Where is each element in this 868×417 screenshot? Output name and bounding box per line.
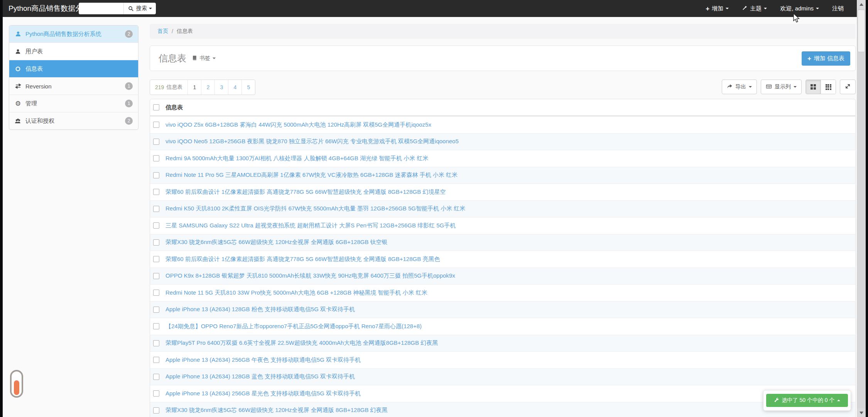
table-row[interactable]: 荣耀Play5T Pro 6400万双摄 6.6英寸全视屏 22.5W超级快充 …	[150, 335, 855, 352]
page-link-1[interactable]: 1	[187, 80, 201, 95]
row-link[interactable]: Redmi 9A 5000mAh大电量 1300万AI相机 八核处理器 人脸解锁…	[165, 155, 428, 162]
row-checkbox[interactable]	[153, 122, 159, 128]
sidebar-item-management[interactable]: ⚙ 管理 1	[9, 95, 138, 112]
page-link-3[interactable]: 3	[214, 80, 228, 95]
navbar-add-menu[interactable]: + 增加	[706, 5, 729, 12]
page-link-4[interactable]: 4	[228, 80, 241, 95]
logout-link[interactable]: 注销	[832, 5, 844, 12]
table-row[interactable]: 荣耀60 前后双曲设计 1亿像素超清摄影 高通骁龙778G 5G 66W智慧超级…	[150, 183, 855, 200]
row-link[interactable]: Redmi Note 11 5G 天玑810 33W Pro快充 5000mAh…	[165, 289, 427, 297]
row-link[interactable]: 荣耀X30 骁龙6nm疾速5G芯 66W超级快充 120Hz全视屏 全网通版 8…	[165, 407, 388, 414]
table-row[interactable]: 三星 SAMSUNG Galaxy S22 Ultra 超视觉夜拍系统 超耐用精…	[150, 217, 855, 234]
user-icon	[15, 31, 21, 37]
title-panel: 信息表 书签 + 增加 信息表	[150, 46, 856, 71]
row-link[interactable]: Apple iPhone 13 (A2634) 256GB 星光色 支持移动联通…	[165, 390, 361, 397]
row-link[interactable]: Apple iPhone 13 (A2634) 256GB 午夜色 支持移动联通…	[165, 356, 361, 364]
row-checkbox[interactable]	[153, 407, 159, 414]
sidebar-item-badge: 1	[125, 100, 133, 107]
navbar-user-menu[interactable]: 欢迎, admins	[780, 5, 819, 12]
page-link-2[interactable]: 2	[201, 80, 214, 95]
row-link[interactable]: vivo iQOO Z5x 6GB+128GB 雾海白 44W闪充 5000mA…	[165, 121, 431, 129]
row-link[interactable]: 荣耀X30 骁龙6nm疾速5G芯 66W超级快充 120Hz全视屏 全网通版 6…	[165, 239, 388, 246]
result-count-unit: 信息表	[166, 84, 182, 91]
search-button[interactable]: 搜索	[123, 3, 156, 14]
table-row[interactable]: vivo iQOO Neo5 12GB+256GB 夜影黑 骁龙870 独立显示…	[150, 133, 855, 150]
sidebar-item-user-table[interactable]: 用户表	[9, 42, 138, 60]
row-checkbox[interactable]	[153, 357, 159, 363]
bulk-action-button[interactable]: 选中了 50 个中的 0 个	[766, 394, 848, 407]
row-link[interactable]: OPPO K9x 8+128GB 银紫超梦 天玑810 5000mAh长续航 3…	[165, 272, 455, 280]
table-row[interactable]: Apple iPhone 13 (A2634) 128GB 粉色 支持移动联通电…	[150, 301, 855, 318]
table-row[interactable]: OPPO K9x 8+128GB 银紫超梦 天玑810 5000mAh长续航 3…	[150, 268, 855, 285]
table-header-row: 信息表	[150, 99, 855, 116]
table-row[interactable]: vivo iQOO Z5x 6GB+128GB 雾海白 44W闪充 5000mA…	[150, 116, 855, 133]
table-row[interactable]: 荣耀60 前后双曲设计 1亿像素超清摄影 高通骁龙778G 5G 66W智慧超级…	[150, 251, 855, 268]
row-checkbox[interactable]	[153, 273, 159, 279]
row-checkbox[interactable]	[153, 256, 159, 262]
breadcrumb-home-link[interactable]: 首页	[157, 28, 168, 35]
row-checkbox[interactable]	[153, 340, 159, 346]
scrollbar-thumb[interactable]	[858, 10, 865, 52]
row-link[interactable]: Redmi K50 天玑8100 2K柔性直屏 OIS光学防抖 67W快充 55…	[165, 205, 465, 212]
breadcrumb: 首页 / 信息表	[150, 24, 856, 39]
row-link[interactable]: 荣耀60 前后双曲设计 1亿像素超清摄影 高通骁龙778G 5G 66W智慧超级…	[165, 256, 440, 263]
triangle-down-icon	[860, 412, 863, 414]
row-link[interactable]: 荣耀60 前后双曲设计 1亿像素超清摄影 高通骁龙778G 5G 66W智慧超级…	[165, 188, 446, 196]
row-checkbox[interactable]	[153, 239, 159, 246]
table-row[interactable]: Redmi Note 11 Pro 5G 三星AMOLED高刷屏 1亿像素 67…	[150, 167, 855, 184]
sidebar-item-reversion[interactable]: Reversion 1	[9, 77, 138, 95]
row-link[interactable]: 三星 SAMSUNG Galaxy S22 Ultra 超视觉夜拍系统 超耐用精…	[165, 222, 456, 229]
row-checkbox[interactable]	[153, 172, 159, 178]
add-record-button[interactable]: + 增加 信息表	[802, 51, 850, 66]
sidebar-item-label: 认证和授权	[25, 117, 54, 125]
row-checkbox[interactable]	[153, 222, 159, 229]
row-checkbox[interactable]	[153, 390, 159, 397]
row-checkbox[interactable]	[153, 155, 159, 161]
columns-button[interactable]: 显示列	[761, 80, 802, 94]
grid-small-view-button[interactable]	[821, 80, 836, 94]
sidebar-header[interactable]: Python商品销售数据分析系统 2	[9, 25, 138, 42]
row-checkbox[interactable]	[153, 189, 159, 195]
table-row[interactable]: 荣耀X30 骁龙6nm疾速5G芯 66W超级快充 120Hz全视屏 全网通版 8…	[150, 402, 855, 417]
row-link[interactable]: Apple iPhone 13 (A2634) 128GB 蓝色 支持移动联通电…	[165, 373, 355, 380]
top-navbar: Python商品销售数据分析系统 搜索 + 增加 主题	[3, 0, 857, 17]
scroll-progress-fill	[14, 380, 19, 395]
row-link[interactable]: 【24期免息】OPPO Reno7新品上市opporeno7手机正品5G全网通o…	[165, 323, 422, 330]
bookmark-dropdown[interactable]: 书签	[192, 55, 216, 62]
scrollbar-down-button[interactable]	[857, 409, 866, 417]
row-link[interactable]: 荣耀Play5T Pro 6400万双摄 6.6英寸全视屏 22.5W超级快充 …	[165, 339, 438, 347]
row-checkbox[interactable]	[153, 290, 159, 296]
table-row[interactable]: 【24期免息】OPPO Reno7新品上市opporeno7手机正品5G全网通o…	[150, 318, 855, 335]
table-row[interactable]: Redmi Note 11 5G 天玑810 33W Pro快充 5000mAh…	[150, 284, 855, 301]
row-link[interactable]: vivo iQOO Neo5 12GB+256GB 夜影黑 骁龙870 独立显示…	[165, 138, 459, 145]
fullscreen-button[interactable]	[840, 80, 856, 94]
row-link[interactable]: Apple iPhone 13 (A2634) 128GB 粉色 支持移动联通电…	[165, 306, 355, 313]
row-checkbox[interactable]	[153, 206, 159, 212]
search-input[interactable]	[79, 3, 123, 14]
row-checkbox[interactable]	[153, 139, 159, 145]
row-link[interactable]: Redmi Note 11 Pro 5G 三星AMOLED高刷屏 1亿像素 67…	[165, 171, 458, 179]
sidebar: Python商品销售数据分析系统 2 用户表 信息表 Reversion 1 ⚙…	[9, 25, 138, 130]
grid-large-view-button[interactable]	[806, 80, 821, 94]
sidebar-item-auth[interactable]: 认证和授权 2	[9, 112, 138, 129]
table-row[interactable]: Apple iPhone 13 (A2634) 256GB 午夜色 支持移动联通…	[150, 351, 855, 368]
scrollbar-up-button[interactable]	[857, 0, 866, 8]
table-row[interactable]: 荣耀X30 骁龙6nm疾速5G芯 66W超级快充 120Hz全视屏 全网通版 6…	[150, 234, 855, 251]
table-row[interactable]: Redmi 9A 5000mAh大电量 1300万AI相机 八核处理器 人脸解锁…	[150, 150, 855, 167]
row-checkbox[interactable]	[153, 323, 159, 329]
page-link-5[interactable]: 5	[241, 80, 255, 95]
table-row[interactable]: Apple iPhone 13 (A2634) 256GB 星光色 支持移动联通…	[150, 385, 855, 402]
select-all-checkbox[interactable]	[153, 104, 159, 110]
vertical-scrollbar[interactable]	[857, 0, 866, 417]
row-checkbox[interactable]	[153, 307, 159, 313]
screen: Python商品销售数据分析系统 搜索 + 增加 主题	[0, 0, 868, 417]
row-checkbox[interactable]	[153, 374, 159, 380]
table-row[interactable]: Apple iPhone 13 (A2634) 128GB 蓝色 支持移动联通电…	[150, 368, 855, 385]
th-large-icon	[811, 84, 816, 90]
export-button[interactable]: 导出	[722, 80, 757, 94]
table-row[interactable]: Redmi K50 天玑8100 2K柔性直屏 OIS光学防抖 67W快充 55…	[150, 200, 855, 217]
navbar-theme-menu[interactable]: 主题	[742, 5, 767, 12]
breadcrumb-separator: /	[172, 28, 173, 34]
sidebar-item-info-table[interactable]: 信息表	[9, 60, 138, 77]
result-count-number: 219	[155, 84, 164, 90]
